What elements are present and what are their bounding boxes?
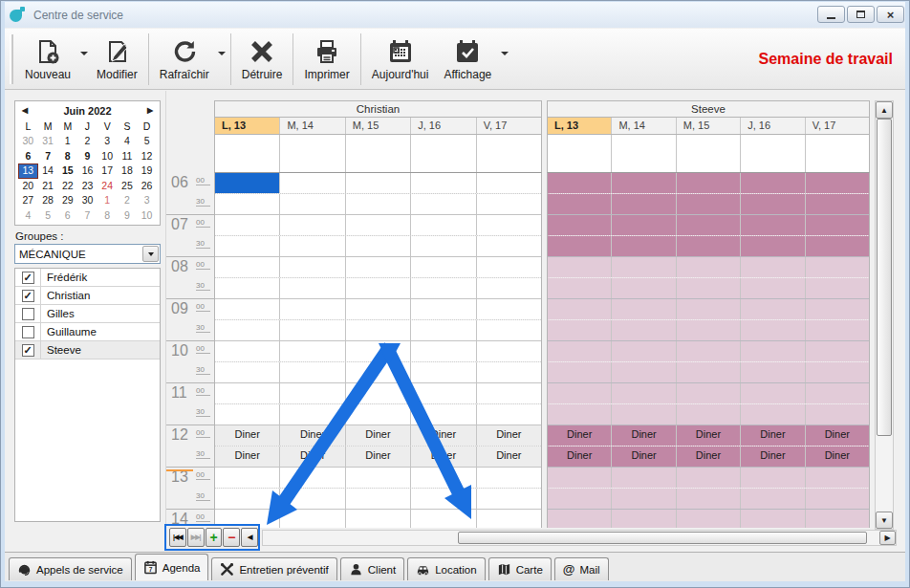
time-cell[interactable]: Diner [411, 425, 476, 446]
time-cell[interactable] [346, 404, 411, 425]
time-cell[interactable] [477, 468, 541, 488]
allday-cell[interactable] [806, 135, 869, 172]
scroll-up-icon[interactable]: ▲ [876, 101, 893, 119]
time-cell[interactable] [741, 489, 805, 509]
chevron-down-icon[interactable] [142, 246, 159, 262]
time-cell[interactable] [215, 341, 280, 361]
time-cell[interactable] [806, 257, 869, 277]
day-header-cell[interactable]: M, 15 [677, 118, 741, 134]
technician-checkbox[interactable] [22, 308, 34, 320]
calendar-day[interactable]: 18 [118, 163, 138, 179]
time-cell[interactable] [346, 489, 411, 509]
calendar-day[interactable]: 6 [57, 208, 77, 224]
time-cell[interactable] [477, 404, 541, 425]
tab-appels-de-service[interactable]: Appels de service [9, 557, 132, 580]
time-cell[interactable] [612, 404, 676, 425]
time-cell[interactable]: Diner [346, 425, 411, 446]
time-cell[interactable] [612, 236, 676, 256]
time-cell[interactable] [612, 194, 676, 214]
time-cell[interactable] [677, 510, 741, 528]
time-cell[interactable]: Diner [477, 425, 541, 446]
calendar-day[interactable]: 12 [137, 149, 157, 164]
calendar-day[interactable]: 20 [18, 179, 38, 194]
vertical-scroll-thumb[interactable] [877, 119, 892, 436]
tab-entretien-preventif[interactable]: Entretien préventif [211, 557, 336, 580]
day-header-cell[interactable]: M, 14 [280, 118, 345, 134]
calendar-day[interactable]: 15 [57, 163, 77, 179]
time-cell[interactable] [280, 510, 345, 528]
time-cell[interactable] [677, 341, 741, 361]
allday-cell[interactable] [280, 135, 345, 172]
calendar-day[interactable]: 16 [77, 163, 98, 179]
today-button[interactable]: Aujourd'hui [364, 32, 437, 87]
day-header-cell[interactable]: V, 17 [477, 118, 541, 134]
time-cell[interactable] [548, 362, 612, 382]
time-cell[interactable] [548, 194, 612, 214]
day-header-cell[interactable]: M, 14 [612, 118, 676, 134]
time-cell[interactable] [280, 236, 345, 256]
new-dropdown-arrow[interactable] [78, 32, 89, 87]
time-cell[interactable] [411, 320, 476, 340]
time-cell[interactable]: Diner [548, 446, 612, 467]
time-cell[interactable] [215, 194, 280, 214]
time-cell[interactable] [346, 362, 411, 382]
day-header-cell[interactable]: L, 13 [215, 118, 280, 134]
day-header-cell[interactable]: V, 17 [806, 118, 869, 134]
time-cell[interactable] [677, 236, 741, 256]
time-cell[interactable] [677, 404, 741, 425]
time-cell[interactable] [612, 278, 676, 298]
calendar-day[interactable]: 11 [118, 149, 138, 164]
time-cell[interactable] [215, 468, 280, 488]
time-cell[interactable]: Diner [477, 446, 541, 467]
time-cell[interactable]: Diner [806, 446, 869, 467]
calendar-day[interactable]: 8 [57, 149, 77, 164]
time-cell[interactable] [215, 215, 280, 235]
time-cell[interactable] [411, 299, 476, 319]
calendar-day[interactable]: 8 [98, 208, 118, 224]
time-cell[interactable] [477, 257, 541, 277]
time-cell[interactable] [612, 215, 676, 235]
calendar-day[interactable]: 5 [38, 208, 58, 224]
time-cell[interactable] [411, 404, 476, 425]
time-cell[interactable] [215, 362, 280, 382]
time-cell[interactable] [280, 468, 345, 488]
close-button[interactable]: × [877, 6, 904, 23]
time-cell[interactable] [741, 510, 805, 528]
time-cell[interactable] [346, 320, 411, 340]
time-cell[interactable] [677, 362, 741, 382]
calendar-next-icon[interactable]: ▶ [143, 103, 157, 117]
time-cell[interactable] [806, 510, 869, 528]
tab-agenda[interactable]: 7 Agenda [135, 554, 209, 580]
calendar-day[interactable]: 10 [137, 208, 157, 224]
time-cell[interactable] [411, 489, 476, 509]
calendar-day[interactable]: 2 [118, 193, 138, 208]
time-cell[interactable] [280, 404, 345, 425]
tab-carte[interactable]: Carte [488, 557, 552, 580]
calendar-day[interactable]: 6 [18, 149, 38, 164]
time-cell[interactable] [741, 362, 805, 382]
time-cell[interactable]: Diner [741, 425, 805, 446]
time-cell[interactable] [346, 341, 411, 361]
time-cell[interactable] [806, 341, 869, 361]
time-cell[interactable] [215, 320, 280, 340]
calendar-day[interactable]: 4 [118, 134, 138, 149]
time-cell[interactable] [477, 215, 541, 235]
time-cell[interactable] [280, 489, 345, 509]
day-header-cell[interactable]: L, 13 [548, 118, 612, 134]
time-cell[interactable] [477, 383, 541, 403]
calendar-day[interactable]: 30 [77, 193, 98, 208]
time-cell[interactable] [411, 236, 476, 256]
technician-row[interactable]: ✓Christian [15, 287, 160, 305]
time-cell[interactable] [548, 173, 612, 193]
time-cell[interactable] [612, 383, 676, 403]
minimize-button[interactable] [817, 6, 845, 23]
time-cell[interactable] [741, 341, 805, 361]
time-cell[interactable] [677, 489, 741, 509]
time-cell[interactable]: Diner [677, 425, 741, 446]
time-cell[interactable] [806, 404, 869, 425]
calendar-day[interactable]: 28 [38, 193, 58, 208]
time-cell[interactable] [411, 468, 476, 488]
time-cell[interactable] [346, 236, 411, 256]
time-cell[interactable] [215, 299, 280, 319]
calendar-day[interactable]: 22 [57, 179, 77, 194]
